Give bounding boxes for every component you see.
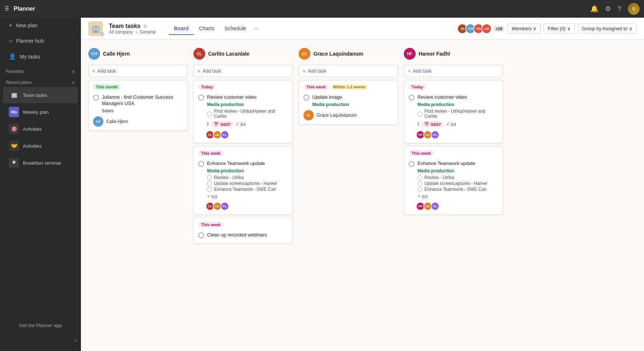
new-plan-button[interactable]: + New plan [3,18,78,32]
favorites-section: Favorites ∧ [0,64,81,76]
members-label: Members [512,26,531,31]
member-avatar-ad: AD [481,24,492,34]
plus-icon: + [303,68,306,74]
favorites-label: Favorites [6,69,24,74]
get-planner-app[interactable]: Get the Planner app [6,323,75,328]
column-header-hareer: HF Hareer Fadhl [404,46,503,62]
task-meta: ✓ 0/3 [207,194,288,199]
subtask-text: Enhance Teamwork - SWE Carl [214,187,276,192]
plan-label: Activities [23,126,42,132]
group-by-label: Group by Assigned to [582,26,627,31]
task-card-calle-1: This month Julianne - find Customer Succ… [88,80,188,131]
task-card-carlito-2: This week Enhance Teamwork update Media … [193,146,293,215]
check-icon: ✓ [236,122,239,127]
subtask-check[interactable] [207,112,212,116]
recent-plans-section: Recent plans ∧ [0,76,81,87]
task-checkbox[interactable] [409,95,414,101]
task-checkbox[interactable] [303,95,309,101]
sidebar: + New plan ○ Planner hub 👤 My tasks Favo… [0,18,81,351]
apps-icon[interactable]: ⠿ [4,5,9,13]
add-task-label: Add task [203,68,221,74]
tab-schedule[interactable]: Schedule [219,22,251,35]
task-title: Review customer video [417,94,467,101]
help-icon[interactable]: ? [618,5,621,13]
subtask-check[interactable] [417,187,422,192]
breadcrumb-sep: › [136,29,138,35]
task-checkbox[interactable] [198,95,204,101]
add-task-label: Add task [308,68,327,74]
progress-value: 3/4 [240,122,246,127]
tab-more-button[interactable]: ··· [251,22,262,35]
plus-icon: + [198,68,200,74]
filter-button[interactable]: Filter (0) ∨ [544,24,574,34]
column-hareer: HF Hareer Fadhl + Add task Today Review … [404,46,503,345]
bell-icon[interactable]: 🔔 [590,5,598,13]
plan-breadcrumb: All company › General [109,29,156,35]
add-task-grace[interactable]: + Add task [299,65,398,77]
subtask-check[interactable] [207,187,212,192]
breadcrumb-all[interactable]: All company [109,29,133,35]
header-controls: JK CH FD AD +26 Members ∨ [457,24,637,34]
sidebar-bottom: Get the Planner app [0,317,81,334]
breadcrumb-sub[interactable]: General [140,29,156,35]
group-by-button[interactable]: Group by Assigned to ∨ [578,24,637,34]
sidebar-item-weekly-plan[interactable]: Wp Weekly plan [3,104,78,120]
task-meta: ✓ 0/3 [417,194,498,199]
tab-charts[interactable]: Charts [194,22,219,35]
sidebar-item-planner-hub[interactable]: ○ Planner hub [3,34,78,48]
task-badge: This week [198,150,224,156]
task-checkbox[interactable] [198,161,204,167]
plan-label: Breakfast seminar [23,160,61,166]
task-subtask: Review - Ulrika [207,175,288,180]
task-badge: This week [303,84,329,90]
task-subtask: Update screencaptures - Hareer [417,181,498,186]
subtask-check[interactable] [207,181,212,186]
favorites-chevron[interactable]: ∧ [72,69,75,74]
plan-star[interactable]: ☆ [143,23,147,29]
subtask-check[interactable] [417,181,422,186]
settings-icon[interactable]: ⚙ [605,5,611,13]
subtask-check[interactable] [207,175,212,180]
add-task-hareer[interactable]: + Add task [404,65,503,77]
members-button[interactable]: Members ∨ [508,24,541,34]
task-subtask: Review - Ulrika [417,175,498,180]
task-checkbox[interactable] [93,95,99,101]
subtask-check[interactable] [417,175,422,180]
add-task-calle[interactable]: + Add task [88,65,188,77]
subtask-text: Update screencaptures - Hareer [214,181,277,186]
task-label: Media production [417,102,498,107]
sidebar-item-activities-1[interactable]: 🎯 Activities [3,121,78,137]
recent-plans-chevron[interactable]: ∧ [72,80,75,85]
user-avatar[interactable]: U [628,3,640,15]
calendar-icon: 📅 [214,122,219,127]
app-title: Planner [14,6,35,12]
assignee-3: KL [431,202,440,211]
add-task-carlito[interactable]: + Add task [193,65,293,77]
subtask-check[interactable] [417,112,422,116]
task-progress: ✓ 3/4 [236,122,246,127]
task-progress: ✓ 0/3 [417,194,427,199]
progress-value: 0/3 [211,194,217,199]
filter-label: Filter (0) [548,26,565,31]
subtask-text: Update screencaptures - Hareer [424,181,487,186]
task-date: 📅 04/07 [422,121,443,127]
date-value: 04/07 [431,122,441,127]
sidebar-item-my-tasks[interactable]: 👤 My tasks [3,49,78,64]
new-plan-label: New plan [16,22,37,28]
task-title: Julianne - find Customer Success Manager… [102,94,183,107]
plan-info-badge[interactable]: ⓘ [99,32,104,37]
column-avatar-calle: CH [88,48,100,60]
priority-icon: ! [417,122,419,127]
sidebar-collapse-button[interactable]: ‹ [0,334,81,347]
sidebar-item-breakfast-seminar[interactable]: 🍳 Breakfast seminar [3,155,78,171]
plus-icon: + [92,68,95,74]
main-layout: + New plan ○ Planner hub 👤 My tasks Favo… [0,18,644,351]
task-checkbox[interactable] [198,232,204,238]
sidebar-item-team-tasks[interactable]: 🏢 Team tasks [3,87,78,103]
task-person-name: Calle Hjern [106,119,128,124]
column-avatar-grace: GL [299,48,310,60]
task-checkbox[interactable] [409,161,414,167]
subtask-text: Review - Ulrika [424,175,454,180]
sidebar-item-activities-2[interactable]: 🤝 Activities [3,138,78,154]
tab-board[interactable]: Board [169,22,194,35]
